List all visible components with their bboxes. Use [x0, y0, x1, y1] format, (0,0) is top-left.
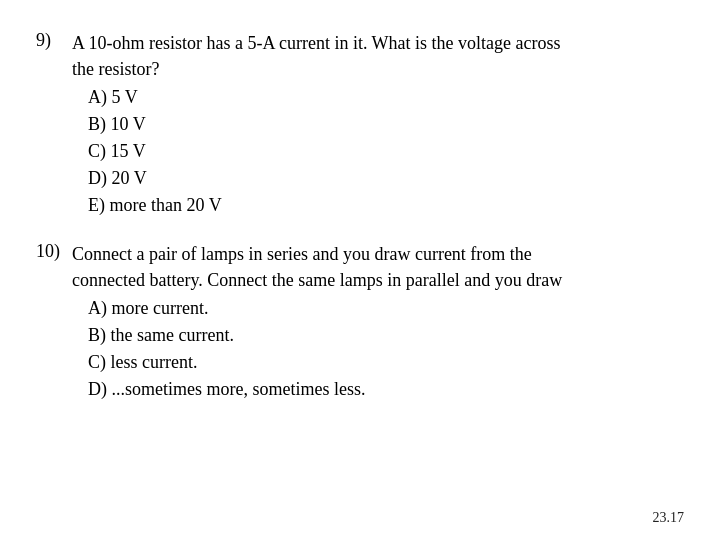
question-9-number: 9): [36, 30, 72, 51]
question-10-number: 10): [36, 241, 72, 262]
question-10-line: 10) Connect a pair of lamps in series an…: [36, 241, 684, 293]
question-10-text-line1: Connect a pair of lamps in series and yo…: [72, 244, 532, 264]
slide-number: 23.17: [653, 510, 685, 526]
question-9-text: A 10-ohm resistor has a 5-A current in i…: [72, 30, 561, 82]
question-10-option-c: C) less current.: [88, 349, 684, 376]
question-9-line: 9) A 10-ohm resistor has a 5-A current i…: [36, 30, 684, 82]
question-10-option-b: B) the same current.: [88, 322, 684, 349]
question-9-option-b: B) 10 V: [88, 111, 684, 138]
slide-page: 9) A 10-ohm resistor has a 5-A current i…: [0, 0, 720, 540]
question-9-text-line1: A 10-ohm resistor has a 5-A current in i…: [72, 33, 561, 53]
question-10-option-a: A) more current.: [88, 295, 684, 322]
question-9-option-d: D) 20 V: [88, 165, 684, 192]
question-10-text: Connect a pair of lamps in series and yo…: [72, 241, 562, 293]
question-10-option-d: D) ...sometimes more, sometimes less.: [88, 376, 684, 403]
question-9-option-e: E) more than 20 V: [88, 192, 684, 219]
question-9-option-c: C) 15 V: [88, 138, 684, 165]
question-10-options: A) more current. B) the same current. C)…: [88, 295, 684, 403]
question-9-options: A) 5 V B) 10 V C) 15 V D) 20 V E) more t…: [88, 84, 684, 219]
question-9-text-line2: the resistor?: [72, 59, 159, 79]
question-9-option-a: A) 5 V: [88, 84, 684, 111]
question-10: 10) Connect a pair of lamps in series an…: [36, 241, 684, 403]
question-9: 9) A 10-ohm resistor has a 5-A current i…: [36, 30, 684, 219]
question-10-text-line2: connected battery. Connect the same lamp…: [72, 270, 562, 290]
